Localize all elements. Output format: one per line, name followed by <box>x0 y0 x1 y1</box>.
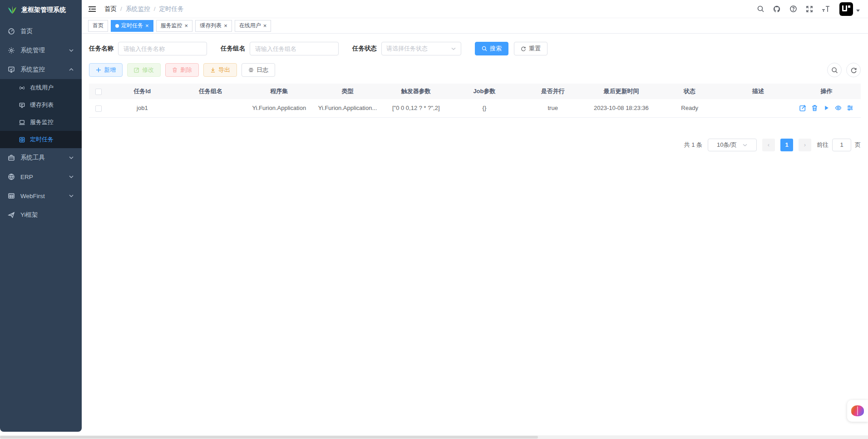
table-row: job1 Yi.Furion.Application Yi.Furion.App… <box>89 99 861 117</box>
goto-page-input[interactable] <box>832 139 851 151</box>
list-icon <box>248 67 254 73</box>
download-icon <box>210 67 216 73</box>
delete-button-label: 删除 <box>180 66 192 74</box>
tab-cache-list[interactable]: 缓存列表 × <box>195 20 232 32</box>
tab-scheduled-tasks[interactable]: 定时任务 × <box>111 20 153 32</box>
fullscreen-icon[interactable] <box>805 5 814 14</box>
edit-button[interactable]: 修改 <box>127 63 161 77</box>
sidebar-item-home[interactable]: 首页 <box>0 22 82 41</box>
sidebar-item-online-users[interactable]: 在线用户 <box>0 79 82 96</box>
cell-updated: 2023-10-08 18:23:36 <box>587 99 656 117</box>
log-button-label: 日志 <box>256 66 268 74</box>
col-group: 任务组名 <box>177 84 245 99</box>
laptop-icon <box>18 119 25 126</box>
sidebar-item-label: 定时任务 <box>30 135 54 144</box>
reset-button[interactable]: 重置 <box>514 42 547 55</box>
search-icon <box>482 46 487 51</box>
sidebar-item-label: ERP <box>20 174 33 180</box>
row-edit-icon[interactable] <box>799 105 806 111</box>
sidebar-item-system-mgmt[interactable]: 系统管理 <box>0 41 82 60</box>
horizontal-scrollbar[interactable] <box>0 435 868 439</box>
monitor-icon <box>8 66 15 73</box>
tab-close-icon[interactable]: × <box>185 23 188 29</box>
prev-page-button[interactable]: ‹ <box>762 139 775 151</box>
add-button[interactable]: 新增 <box>89 63 123 77</box>
task-status-select[interactable]: 请选择任务状态 <box>381 42 461 55</box>
search-button[interactable]: 搜索 <box>475 42 508 55</box>
globe-icon <box>8 173 15 180</box>
sidebar-item-label: 系统工具 <box>20 154 45 162</box>
header-search-icon[interactable] <box>756 5 765 14</box>
breadcrumb-home[interactable]: 首页 <box>104 5 117 13</box>
breadcrumb-separator: / <box>154 5 156 12</box>
show-search-toggle-button[interactable] <box>827 63 842 77</box>
sidebar-item-service-monitor[interactable]: 服务监控 <box>0 114 82 131</box>
sidebar-item-scheduled-tasks[interactable]: 定时任务 <box>0 131 82 148</box>
sidebar-item-webfirst[interactable]: WebFirst <box>0 186 82 205</box>
tab-close-icon[interactable]: × <box>263 23 267 29</box>
tab-home[interactable]: 首页 <box>88 20 108 32</box>
sidebar-item-label: 服务监控 <box>30 118 54 126</box>
breadcrumb-current: 定时任务 <box>159 5 184 13</box>
broadcast-icon <box>18 84 25 91</box>
sidebar-item-cache-list[interactable]: 缓存列表 <box>0 96 82 114</box>
row-checkbox[interactable] <box>95 105 102 112</box>
col-updated: 最后更新时间 <box>587 84 656 99</box>
paper-plane-icon <box>8 211 15 219</box>
next-page-button[interactable]: › <box>799 139 811 151</box>
sidebar-item-label: 系统监控 <box>20 65 45 74</box>
refresh-table-button[interactable] <box>846 63 861 77</box>
main-area: 首页 / 系统监控 / 定时任务 <box>82 0 868 151</box>
help-icon[interactable] <box>789 5 798 14</box>
export-button[interactable]: 导出 <box>203 63 237 77</box>
log-button[interactable]: 日志 <box>242 63 275 77</box>
sidebar-submenu-monitor: 在线用户 缓存列表 服务监控 <box>0 79 82 148</box>
sidebar-item-erp[interactable]: ERP <box>0 167 82 186</box>
col-concurrent: 是否并行 <box>518 84 587 99</box>
goto-label: 前往 <box>817 141 829 149</box>
sidebar-item-system-tools[interactable]: 系统工具 <box>0 148 82 167</box>
toolbox-icon <box>8 154 15 161</box>
export-button-label: 导出 <box>218 66 230 74</box>
row-operations <box>792 105 861 111</box>
breadcrumb-separator: / <box>120 5 122 12</box>
sidebar-item-yi-framework[interactable]: Yi框架 <box>0 205 82 224</box>
breadcrumb: 首页 / 系统监控 / 定时任务 <box>104 5 184 13</box>
user-avatar-menu[interactable] <box>839 2 860 16</box>
row-more-settings-icon[interactable] <box>847 105 853 111</box>
tab-close-icon[interactable]: × <box>145 23 149 29</box>
sidebar-item-system-monitor[interactable]: 系统监控 <box>0 60 82 79</box>
col-assembly: 程序集 <box>245 84 313 99</box>
assistant-extension-button[interactable] <box>847 400 868 422</box>
reset-button-label: 重置 <box>529 45 541 53</box>
tab-online-users[interactable]: 在线用户 × <box>235 20 271 32</box>
search-icon <box>831 67 838 74</box>
row-view-icon[interactable] <box>835 105 842 111</box>
tasks-table: 任务Id 任务组名 程序集 类型 触发器参数 Job参数 是否并行 最后更新时间… <box>89 84 861 118</box>
scrollbar-thumb[interactable] <box>0 436 538 439</box>
tab-label: 在线用户 <box>239 22 261 30</box>
sidebar-collapse-icon[interactable] <box>88 5 97 14</box>
task-name-input[interactable] <box>118 42 207 55</box>
sidebar-item-label: 系统管理 <box>20 46 45 55</box>
github-icon[interactable] <box>772 5 781 14</box>
row-run-icon[interactable] <box>823 105 830 111</box>
font-size-icon[interactable] <box>821 5 830 14</box>
row-delete-icon[interactable] <box>811 105 818 111</box>
cell-group <box>177 99 245 117</box>
chevron-down-icon <box>69 193 74 199</box>
delete-button[interactable]: 删除 <box>165 63 199 77</box>
tab-service-monitor[interactable]: 服务监控 × <box>156 20 193 32</box>
select-all-checkbox[interactable] <box>95 89 102 95</box>
chevron-down-icon <box>69 48 74 53</box>
page-size-select[interactable]: 10条/页 <box>708 139 757 151</box>
task-group-input[interactable] <box>250 42 339 55</box>
app-logo: 意框架管理系统 <box>0 0 82 20</box>
sidebar-item-label: 在线用户 <box>30 84 54 92</box>
tab-close-icon[interactable]: × <box>224 23 227 29</box>
page-number-button[interactable]: 1 <box>780 139 793 151</box>
col-trigger-params: 触发器参数 <box>382 84 450 99</box>
chevron-down-icon <box>742 142 748 148</box>
sidebar: 意框架管理系统 首页 系统管理 系统监控 <box>0 0 82 432</box>
search-button-label: 搜索 <box>490 45 502 53</box>
